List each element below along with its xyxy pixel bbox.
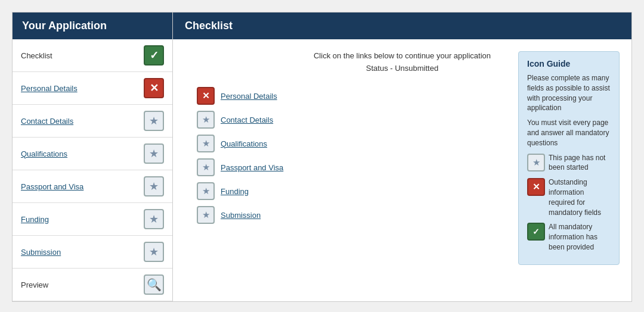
sidebar-item-checklist[interactable]: Checklist ✓ bbox=[13, 39, 172, 72]
personal-details-status-icon-x: ✕ bbox=[144, 78, 164, 98]
sidebar-label-qualifications: Qualifications bbox=[21, 149, 67, 158]
guide-text-x: Outstanding information required for man… bbox=[549, 177, 611, 217]
sidebar-label-passport-visa: Passport and Visa bbox=[21, 182, 83, 191]
sidebar-label-contact-details: Contact Details bbox=[21, 117, 73, 126]
sidebar-item-contact-details[interactable]: Contact Details ★ bbox=[13, 105, 172, 138]
checklist-icon-passport-visa-star: ★ bbox=[197, 158, 215, 176]
contact-details-status-icon-star: ★ bbox=[144, 111, 164, 131]
icon-guide-panel: Icon Guide Please complete as many field… bbox=[518, 51, 620, 265]
guide-row-x: ✕ Outstanding information required for m… bbox=[527, 177, 611, 217]
guide-icon-x: ✕ bbox=[527, 178, 545, 196]
qualifications-status-icon-star: ★ bbox=[144, 143, 164, 164]
sidebar-item-funding[interactable]: Funding ★ bbox=[13, 203, 172, 236]
main-body: Click on the links below to continue you… bbox=[173, 39, 631, 236]
checklist-link-personal-details[interactable]: Personal Details bbox=[221, 92, 277, 101]
preview-icon-search: 🔍 bbox=[144, 274, 164, 295]
sidebar-label-submission: Submission bbox=[21, 248, 61, 257]
guide-text-star: This page has not been started bbox=[549, 153, 611, 173]
sidebar-label-funding: Funding bbox=[21, 215, 49, 224]
guide-icon-check: ✓ bbox=[527, 223, 545, 241]
icon-guide-description2: You must visit every page and answer all… bbox=[527, 118, 611, 148]
sidebar: Your Application Checklist ✓ Personal De… bbox=[12, 12, 173, 302]
sidebar-item-preview[interactable]: Preview 🔍 bbox=[13, 269, 172, 301]
sidebar-item-personal-details[interactable]: Personal Details ✕ bbox=[13, 72, 172, 105]
checklist-link-passport-visa[interactable]: Passport and Visa bbox=[221, 163, 283, 172]
checklist-link-contact-details[interactable]: Contact Details bbox=[221, 116, 273, 124]
funding-status-icon-star: ★ bbox=[144, 209, 164, 229]
guide-row-star: ★ This page has not been started bbox=[527, 153, 611, 173]
guide-row-check: ✓ All mandatory information has been pro… bbox=[527, 222, 611, 252]
checklist-status-icon-check: ✓ bbox=[144, 45, 164, 65]
sidebar-label-checklist: Checklist bbox=[21, 51, 52, 60]
passport-visa-status-icon-star: ★ bbox=[144, 176, 164, 196]
checklist-icon-submission-star: ★ bbox=[197, 206, 215, 224]
main-content: Checklist Click on the links below to co… bbox=[173, 12, 632, 302]
guide-icon-star: ★ bbox=[527, 154, 545, 171]
checklist-icon-contact-details-star: ★ bbox=[197, 111, 215, 129]
sidebar-label-preview: Preview bbox=[21, 280, 48, 289]
checklist-link-qualifications[interactable]: Qualifications bbox=[221, 139, 267, 148]
checklist-link-funding[interactable]: Funding bbox=[221, 187, 249, 196]
icon-guide-title: Icon Guide bbox=[527, 59, 611, 68]
guide-text-check: All mandatory information has been provi… bbox=[549, 222, 611, 252]
checklist-icon-personal-details-x: ✕ bbox=[197, 87, 215, 105]
sidebar-header: Your Application bbox=[13, 13, 172, 39]
main-header: Checklist bbox=[173, 13, 631, 39]
sidebar-label-personal-details: Personal Details bbox=[21, 84, 78, 93]
icon-guide-description1: Please complete as many fields as possib… bbox=[527, 73, 611, 113]
sidebar-item-passport-visa[interactable]: Passport and Visa ★ bbox=[13, 170, 172, 203]
submission-status-icon-star: ★ bbox=[144, 242, 164, 262]
sidebar-item-submission[interactable]: Submission ★ bbox=[13, 236, 172, 269]
checklist-icon-funding-star: ★ bbox=[197, 182, 215, 200]
checklist-icon-qualifications-star: ★ bbox=[197, 135, 215, 152]
sidebar-item-qualifications[interactable]: Qualifications ★ bbox=[13, 138, 172, 170]
checklist-link-submission[interactable]: Submission bbox=[221, 211, 261, 220]
